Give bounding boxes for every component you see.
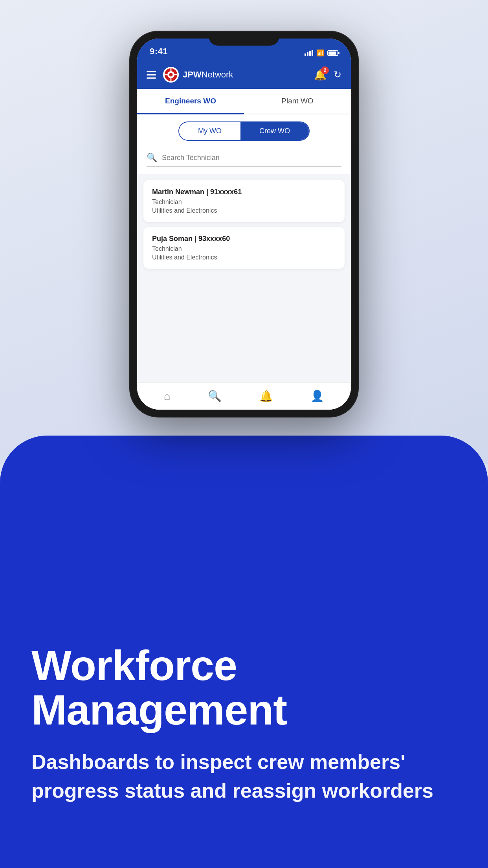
person-icon: 👤 <box>310 390 324 403</box>
sub-tabs-area: My WO Crew WO <box>137 114 351 148</box>
tech-dept-2: Utilities and Electronics <box>152 254 336 261</box>
search-area: 🔍 <box>137 148 351 174</box>
status-time: 9:41 <box>150 46 168 57</box>
technician-card-2[interactable]: Puja Soman | 93xxxx60 Technician Utiliti… <box>143 227 345 269</box>
search-wrapper: 🔍 <box>147 153 341 167</box>
notifications-button[interactable]: 🔔 2 <box>314 69 327 81</box>
tech-role-1: Technician <box>152 199 336 206</box>
app-title: JPWNetwork <box>183 70 233 80</box>
tab-engineers-wo[interactable]: Engineers WO <box>137 89 244 114</box>
tech-role-2: Technician <box>152 245 336 252</box>
technician-card-1[interactable]: Martin Newman | 91xxxx61 Technician Util… <box>143 180 345 222</box>
marketing-title-line1: Workforce <box>31 642 237 689</box>
home-icon: ⌂ <box>164 390 171 403</box>
search-icon: 🔍 <box>147 153 157 163</box>
tab-plant-wo[interactable]: Plant WO <box>244 89 351 114</box>
phone-shell: 9:41 📶 <box>130 31 358 417</box>
logo-svg <box>164 68 178 82</box>
marketing-section: Workforce Management Dashboards to inspe… <box>0 455 488 868</box>
app-header: JPWNetwork 🔔 2 ↻ <box>137 61 351 89</box>
menu-button[interactable] <box>147 71 156 79</box>
wo-toggle-group: My WO Crew WO <box>178 121 310 141</box>
logo-area: JPWNetwork <box>163 67 233 83</box>
status-icons: 📶 <box>305 49 338 57</box>
tech-name-1: Martin Newman | 91xxxx61 <box>152 188 336 196</box>
phone-screen: 9:41 📶 <box>137 39 351 410</box>
search-technician-input[interactable] <box>162 154 341 162</box>
toggle-my-wo[interactable]: My WO <box>179 122 240 140</box>
refresh-button[interactable]: ↻ <box>334 69 341 80</box>
battery-icon <box>327 50 338 56</box>
technician-list: Martin Newman | 91xxxx61 Technician Util… <box>137 174 351 275</box>
bell-bottom-icon: 🔔 <box>259 390 273 403</box>
tech-dept-1: Utilities and Electronics <box>152 207 336 214</box>
app-logo <box>163 67 179 83</box>
signal-icon <box>305 50 313 56</box>
search-bottom-icon: 🔍 <box>208 390 222 403</box>
main-tabs: Engineers WO Plant WO <box>137 89 351 114</box>
marketing-description: Dashboards to inspect crew members' prog… <box>31 748 457 805</box>
notification-badge: 2 <box>321 66 329 74</box>
marketing-title: Workforce Management <box>31 643 457 732</box>
phone-notch <box>209 31 279 46</box>
bottom-nav: ⌂ 🔍 🔔 👤 <box>137 382 351 410</box>
header-left: JPWNetwork <box>147 67 233 83</box>
toggle-crew-wo[interactable]: Crew WO <box>240 122 309 140</box>
wifi-icon: 📶 <box>316 49 324 57</box>
tech-name-2: Puja Soman | 93xxxx60 <box>152 235 336 243</box>
marketing-title-line2: Management <box>31 686 287 734</box>
svg-point-2 <box>169 73 173 77</box>
header-right: 🔔 2 ↻ <box>314 69 341 81</box>
phone-mockup: 9:41 📶 <box>130 31 358 417</box>
